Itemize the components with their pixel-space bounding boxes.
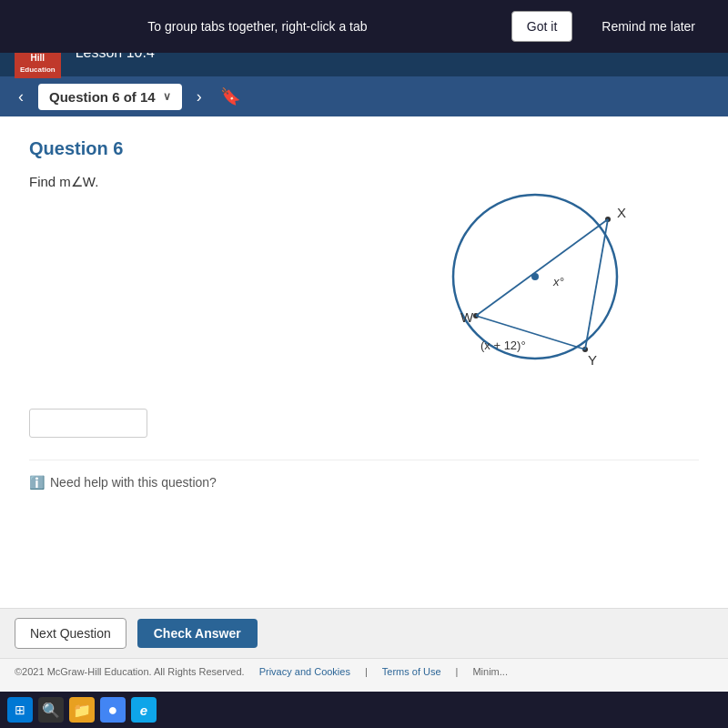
- remind-later-button[interactable]: Remind me later: [587, 12, 710, 41]
- question-dropdown[interactable]: Question 6 of 14 ∨: [38, 84, 182, 110]
- next-question-btn[interactable]: Next Question: [15, 618, 126, 649]
- help-section: ℹ️ Need help with this question?: [29, 460, 699, 490]
- answer-area: [29, 409, 699, 438]
- copyright-text: ©2021 McGraw-Hill Education. All Rights …: [15, 666, 245, 677]
- y-label: Y: [588, 352, 597, 368]
- main-content: Question 6 Find m∠W. X W Y x°: [0, 116, 728, 608]
- page-footer: ©2021 McGraw-Hill Education. All Rights …: [0, 658, 728, 684]
- search-taskbar-icon[interactable]: 🔍: [38, 697, 64, 723]
- x-label: X: [617, 205, 626, 220]
- got-it-button[interactable]: Got it: [511, 11, 572, 42]
- question-nav-bar: ‹ Question 6 of 14 ∨ › 🔖: [0, 76, 728, 116]
- check-answer-btn[interactable]: Check Answer: [137, 619, 258, 648]
- privacy-link[interactable]: Privacy and Cookies: [259, 666, 350, 677]
- geometry-diagram: X W Y x° (x + 12)°: [29, 181, 662, 390]
- svg-line-5: [476, 219, 608, 316]
- w-label: W: [460, 309, 474, 325]
- question-title: Question 6: [29, 138, 699, 159]
- minimize-text: Minim...: [472, 666, 508, 677]
- footer-separator1: |: [365, 666, 368, 677]
- bookmark-icon[interactable]: 🔖: [220, 86, 240, 106]
- terms-link[interactable]: Terms of Use: [382, 666, 441, 677]
- chrome-icon[interactable]: ●: [100, 697, 126, 723]
- start-button[interactable]: ⊞: [7, 697, 33, 723]
- answer-input[interactable]: [29, 409, 147, 438]
- angle-x-label: x°: [552, 275, 564, 288]
- tab-group-tooltip: To group tabs together, right-click a ta…: [0, 0, 728, 53]
- prev-question-button[interactable]: ‹: [11, 84, 31, 110]
- file-explorer-icon[interactable]: 📁: [69, 697, 95, 723]
- angle-expr-label: (x + 12)°: [480, 339, 526, 352]
- next-question-button[interactable]: ›: [189, 84, 209, 110]
- help-label: Need help with this question?: [50, 475, 217, 490]
- tooltip-message: To group tabs together, right-click a ta…: [18, 19, 497, 34]
- help-icon: ℹ️: [29, 475, 45, 490]
- question-counter: Question 6 of 14: [49, 89, 156, 105]
- taskbar: ⊞ 🔍 📁 ● e: [0, 692, 728, 728]
- chevron-down-icon: ∨: [163, 90, 171, 103]
- footer-buttons: Next Question Check Answer: [0, 608, 728, 658]
- edge-icon[interactable]: e: [131, 697, 157, 723]
- footer-separator2: |: [456, 666, 459, 677]
- circle-diagram-svg: X W Y x° (x + 12)°: [426, 181, 662, 390]
